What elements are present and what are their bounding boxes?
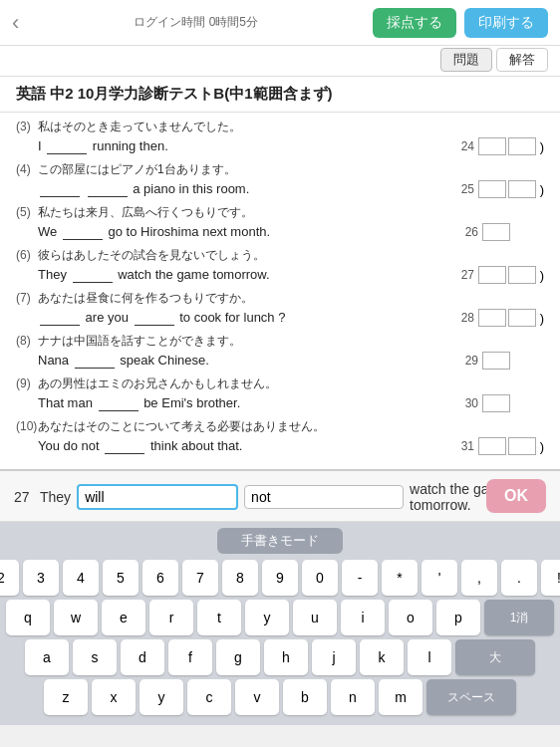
q-num: (10): [16, 419, 38, 433]
grade-button[interactable]: 採点する: [373, 8, 456, 38]
q-en-row: You do not think about that. 31 ): [16, 437, 544, 455]
key-u[interactable]: u: [293, 600, 337, 635]
key-0[interactable]: 0: [302, 560, 338, 596]
key-p[interactable]: p: [436, 600, 480, 635]
score-box: [482, 394, 510, 412]
table-row: (9) あの男性はエミのお兄さんかもしれません。: [16, 375, 544, 392]
key-o[interactable]: o: [389, 600, 432, 635]
q-num: (7): [16, 291, 38, 305]
key-y2[interactable]: y: [140, 679, 183, 715]
table-row: (8) ナナは中国語を話すことができます。: [16, 333, 544, 350]
key-q[interactable]: q: [6, 600, 50, 635]
key-j[interactable]: j: [312, 639, 356, 675]
answer-prefix: They: [40, 489, 71, 505]
answer-q-num: 27: [14, 489, 34, 505]
key-2[interactable]: 2: [0, 560, 19, 596]
q-num: (3): [16, 120, 38, 133]
q-jp: 私たちは来月、広島へ行くつもりです。: [38, 204, 253, 221]
q-en-text: Nana speak Chinese.: [38, 353, 446, 369]
key-z[interactable]: z: [44, 679, 88, 715]
q-jp: 彼らはあしたその試合を見ないでしょう。: [38, 247, 265, 264]
q-num: (4): [16, 162, 38, 176]
login-time: ログイン時間 0時間5分: [19, 14, 373, 31]
q-score-col: 30: [454, 394, 544, 412]
score-box2: [508, 437, 536, 455]
key-8[interactable]: 8: [222, 560, 258, 596]
score-num: 28: [450, 311, 474, 325]
key-6[interactable]: 6: [142, 560, 178, 596]
q-jp: あなたは昼食に何を作るつもりですか。: [38, 290, 253, 307]
tab-mondai[interactable]: 問題: [440, 48, 492, 72]
key-4[interactable]: 4: [63, 560, 99, 596]
key-c[interactable]: c: [187, 679, 231, 715]
q-en-row: a piano in this room. 25 ): [16, 180, 544, 198]
score-box: [478, 180, 506, 198]
key-uppercase[interactable]: 大: [455, 639, 535, 675]
answer-section: 27 They watch the game tomorrow. OK: [0, 471, 560, 522]
q-num: (8): [16, 334, 38, 348]
key-apostrophe[interactable]: ': [421, 560, 457, 596]
key-3[interactable]: 3: [23, 560, 59, 596]
key-7[interactable]: 7: [182, 560, 218, 596]
tab-row: 問題 解答: [0, 46, 560, 77]
score-num: 31: [450, 439, 474, 453]
score-box2: [508, 266, 536, 284]
exam-title: 英語 中2 10月学力診断テストB(中1範囲含まず): [0, 77, 560, 113]
q-en-row: I running then. 24 ): [16, 137, 544, 155]
key-5[interactable]: 5: [103, 560, 139, 596]
handwriting-mode-button[interactable]: 手書きモード: [217, 528, 343, 554]
score-box2: [508, 137, 536, 155]
score-box2: [508, 180, 536, 198]
key-v[interactable]: v: [235, 679, 279, 715]
keyboard-row-1: 1 2 3 4 5 6 7 8 9 0 - * ' , . ! ?: [6, 560, 554, 596]
key-space[interactable]: スペース: [426, 679, 516, 715]
score-num: 29: [454, 354, 478, 368]
key-x[interactable]: x: [92, 679, 136, 715]
key-i[interactable]: i: [341, 600, 385, 635]
key-f[interactable]: f: [168, 639, 212, 675]
key-a[interactable]: a: [25, 639, 69, 675]
q-en-text: You do not think about that.: [38, 438, 442, 454]
key-period[interactable]: .: [501, 560, 537, 596]
key-e[interactable]: e: [102, 600, 145, 635]
key-k[interactable]: k: [360, 639, 404, 675]
q-num: (5): [16, 205, 38, 219]
key-t[interactable]: t: [197, 600, 241, 635]
q-jp: 私はそのとき走っていませんでした。: [38, 119, 241, 135]
key-9[interactable]: 9: [262, 560, 298, 596]
key-b[interactable]: b: [283, 679, 327, 715]
key-hyphen[interactable]: -: [342, 560, 378, 596]
answer-input-1[interactable]: [77, 484, 238, 510]
blank: [40, 310, 80, 326]
table-row: (5) 私たちは来月、広島へ行くつもりです。: [16, 204, 544, 221]
key-exclaim[interactable]: !: [541, 560, 560, 596]
q-num: (9): [16, 376, 38, 390]
ok-button[interactable]: OK: [486, 479, 546, 513]
q-en-text: We go to Hiroshima next month.: [38, 224, 446, 240]
answer-input-2[interactable]: [244, 485, 404, 509]
score-num: 26: [454, 225, 478, 239]
blank: [99, 395, 139, 411]
score-box: [478, 437, 506, 455]
blank: [40, 181, 80, 197]
key-y[interactable]: y: [245, 600, 289, 635]
q-en-row: are you to cook for lunch ? 28 ): [16, 309, 544, 327]
key-delete-one[interactable]: 1消: [484, 600, 554, 635]
print-button[interactable]: 印刷する: [464, 8, 548, 38]
key-m[interactable]: m: [379, 679, 422, 715]
table-row: (10) あなたはそのことについて考える必要はありません。: [16, 418, 544, 435]
blank: [73, 267, 113, 283]
key-s[interactable]: s: [73, 639, 117, 675]
key-comma[interactable]: ,: [461, 560, 497, 596]
key-h[interactable]: h: [264, 639, 308, 675]
key-w[interactable]: w: [54, 600, 98, 635]
key-n[interactable]: n: [331, 679, 375, 715]
key-l[interactable]: l: [408, 639, 451, 675]
q-score-col: 25 ): [450, 180, 544, 198]
key-asterisk[interactable]: *: [382, 560, 418, 596]
key-r[interactable]: r: [149, 600, 193, 635]
key-d[interactable]: d: [121, 639, 164, 675]
tab-kaito[interactable]: 解答: [496, 48, 548, 72]
key-g[interactable]: g: [216, 639, 260, 675]
back-button[interactable]: ‹: [12, 10, 19, 36]
